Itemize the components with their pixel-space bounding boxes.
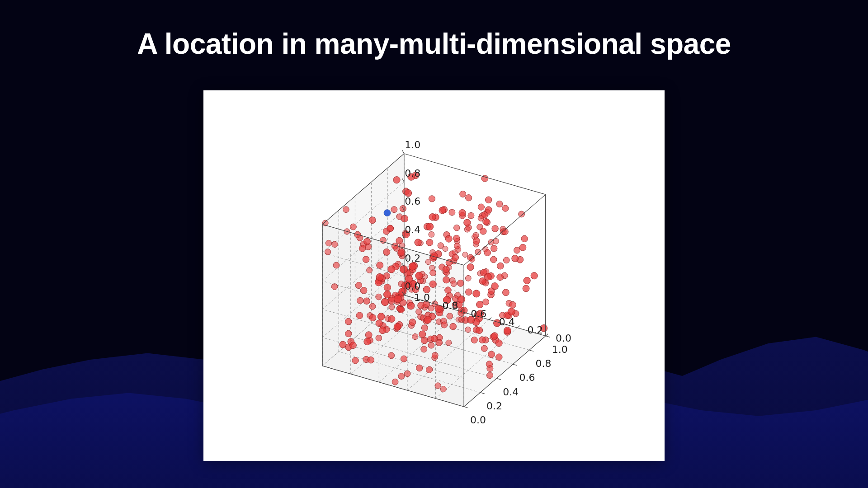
scatter-point [431, 335, 438, 342]
scatter-point [404, 371, 410, 377]
scatter-point [486, 372, 493, 379]
scatter-point [438, 243, 443, 249]
scatter-point [486, 361, 492, 367]
scatter-point [519, 211, 525, 217]
scatter-point [333, 262, 340, 268]
svg-line-59 [489, 318, 491, 320]
scatter-point [409, 263, 416, 271]
svg-line-68 [402, 150, 404, 154]
scatter-point [369, 303, 376, 310]
scatter-point [421, 346, 427, 352]
slide-title: A location in many-multi-dimensional spa… [0, 27, 868, 61]
scatter-point [396, 237, 403, 244]
scatter-point [440, 386, 446, 392]
scatter-point [488, 351, 495, 358]
scatter-point [340, 341, 346, 348]
scatter-point [435, 305, 442, 312]
scatter-point [464, 219, 471, 226]
scatter-point [325, 249, 330, 255]
scatter-point [430, 253, 438, 260]
scatter-point [401, 356, 407, 362]
scatter-point [465, 289, 472, 296]
scatter-point [452, 254, 459, 261]
y-tick-label: 0.0 [556, 333, 571, 344]
scatter-point [531, 272, 538, 279]
scatter-point [473, 232, 479, 238]
scatter-point [376, 335, 382, 341]
scatter-point [491, 333, 498, 339]
scatter-point [376, 320, 382, 327]
scatter-point [426, 239, 433, 246]
scatter-point [350, 224, 357, 230]
scatter-point [447, 313, 453, 319]
scatter-point [475, 249, 481, 255]
scatter-point [473, 238, 480, 244]
scatter-point [384, 284, 391, 291]
scatter-point [519, 244, 526, 251]
scatter-point [492, 225, 498, 232]
scatter-point [409, 319, 416, 326]
scatter-point [484, 249, 491, 256]
scatter-point [364, 238, 371, 245]
scatter-point [462, 252, 468, 258]
scatter-point [398, 373, 405, 380]
scatter-point [369, 217, 376, 224]
scatter-point [504, 327, 511, 334]
scatter-point [435, 383, 441, 389]
scatter-point [388, 297, 395, 304]
svg-line-44 [404, 154, 546, 194]
scatter-point [383, 249, 390, 255]
scatter-point [365, 332, 372, 338]
scatter-point [439, 207, 446, 214]
scatter-point [473, 290, 480, 297]
scatter-point [419, 331, 426, 338]
scatter-point [429, 214, 436, 221]
scatter-point [450, 323, 457, 330]
scatter-point [368, 357, 374, 363]
scatter-point [497, 274, 504, 281]
scatter-point [480, 228, 486, 235]
scatter-point [377, 262, 383, 268]
scatter-point [388, 266, 395, 273]
scatter-point [521, 235, 528, 242]
scatter-point [356, 312, 363, 319]
scatter-point [426, 366, 432, 373]
scatter-point [483, 218, 489, 225]
scatter-point [392, 379, 398, 385]
y-tick-label: 0.2 [527, 324, 543, 336]
svg-line-52 [480, 393, 484, 394]
scatter-point [398, 306, 405, 313]
scatter-point [523, 285, 529, 292]
scatter-point [443, 266, 449, 272]
scatter-point [465, 195, 472, 201]
scatter-point [364, 338, 371, 345]
scatter-3d-chart: 0.00.20.40.60.81.00.00.20.40.60.81.00.00… [203, 90, 665, 461]
scatter-point [425, 259, 431, 265]
scatter-point [407, 302, 415, 310]
scatter-point [421, 325, 428, 331]
x-tick-label: 0.2 [486, 400, 502, 412]
scatter-point [394, 323, 401, 330]
scatter-point [476, 327, 482, 333]
scatter-point [502, 289, 509, 296]
svg-line-55 [529, 350, 533, 352]
scatter-point [426, 223, 434, 230]
svg-line-54 [513, 364, 517, 366]
scatter-point [503, 257, 509, 263]
scatter-point [429, 231, 434, 237]
scatter-point [389, 304, 395, 310]
svg-line-53 [496, 378, 500, 380]
highlight-point [384, 210, 391, 216]
scatter-point [401, 215, 408, 222]
scatter-point [453, 235, 460, 242]
z-tick-label: 1.0 [405, 139, 420, 150]
scatter-point [465, 327, 471, 333]
scatter-point [454, 243, 460, 249]
scatter-point [512, 255, 519, 262]
scatter-point [484, 273, 491, 280]
scatter-point [381, 298, 388, 305]
x-tick-label: 0.6 [519, 372, 535, 383]
scatter-point [445, 235, 452, 242]
x-tick-label: 1.0 [552, 344, 568, 355]
svg-line-57 [546, 334, 548, 336]
